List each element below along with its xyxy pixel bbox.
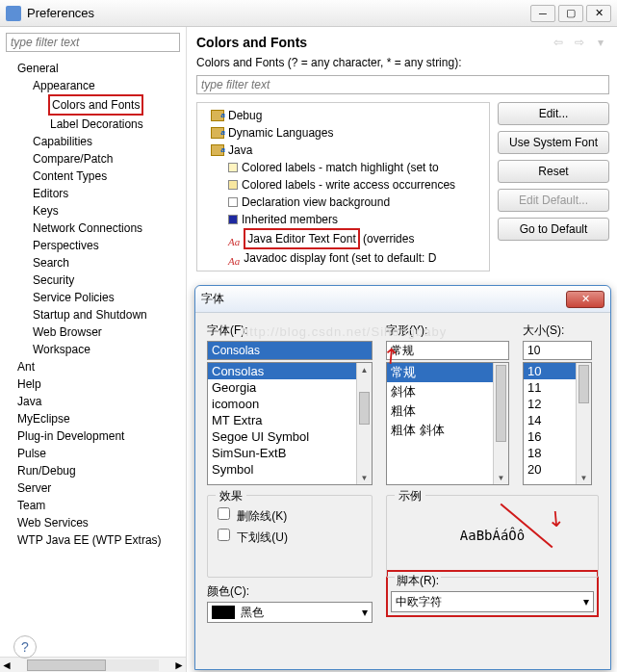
font-size-input[interactable] xyxy=(523,341,592,360)
cf-tree[interactable]: Debug Dynamic Languages Java Colored lab… xyxy=(196,102,490,271)
page-heading: Colors and Fonts xyxy=(196,35,550,50)
sample-label: 示例 xyxy=(395,488,425,504)
cf-filter-input[interactable] xyxy=(196,75,609,94)
tree-startup-shutdown[interactable]: Startup and Shutdown xyxy=(4,306,186,323)
tree-label-decorations[interactable]: Label Decorations xyxy=(4,116,186,133)
color-label: 颜色(C): xyxy=(207,584,249,598)
sample-text: AaBbÁáÔô xyxy=(460,528,525,543)
close-button[interactable]: ✕ xyxy=(586,5,611,22)
tree-network[interactable]: Network Connections xyxy=(4,220,186,237)
strike-checkbox[interactable]: 删除线(K) xyxy=(218,507,362,525)
tree-wtp[interactable]: WTP Java EE (WTP Extras) xyxy=(4,531,186,549)
color-select[interactable]: 黑色▾ xyxy=(207,602,373,623)
maximize-button[interactable]: ▢ xyxy=(558,5,583,22)
tree-web-services[interactable]: Web Services xyxy=(4,514,186,531)
tree-myeclipse[interactable]: MyEclipse xyxy=(4,410,186,427)
folder-icon xyxy=(211,144,224,156)
fontdlg-close-button[interactable]: ✕ xyxy=(566,291,604,308)
window-title: Preferences xyxy=(27,6,530,20)
folder-icon xyxy=(211,110,224,121)
tree-java[interactable]: Java xyxy=(4,393,186,410)
size-label: 大小(S): xyxy=(523,323,592,339)
tree-web-browser[interactable]: Web Browser xyxy=(4,323,186,341)
tree-security[interactable]: Security xyxy=(4,271,186,289)
font-name-input[interactable] xyxy=(207,341,373,360)
page-desc: Colors and Fonts (? = any character, * =… xyxy=(196,56,609,69)
fontdlg-title: 字体 xyxy=(201,291,566,307)
tree-search[interactable]: Search xyxy=(4,254,186,271)
size-list[interactable]: 10 11 12 14 16 18 20 ▲▼ xyxy=(523,362,592,485)
color-swatch-icon xyxy=(228,163,238,172)
java-editor-font-item[interactable]: Java Editor Text Font xyxy=(244,228,360,249)
tree-team[interactable]: Team xyxy=(4,497,186,514)
back-icon[interactable]: ⇦ xyxy=(550,35,567,50)
color-swatch-icon xyxy=(228,197,238,207)
tree-perspectives[interactable]: Perspectives xyxy=(4,237,186,254)
tree-run-debug[interactable]: Run/Debug xyxy=(4,462,186,479)
menu-caret-icon[interactable]: ▾ xyxy=(592,35,609,50)
tree-ant[interactable]: Ant xyxy=(4,358,186,375)
forward-icon[interactable]: ⇨ xyxy=(571,35,588,50)
tree-help[interactable]: Help xyxy=(4,375,186,393)
tree-pulse[interactable]: Pulse xyxy=(4,445,186,462)
effects-label: 效果 xyxy=(216,488,246,504)
underline-checkbox[interactable]: 下划线(U) xyxy=(218,529,362,546)
style-list[interactable]: 常规 斜体 粗体 粗体 斜体 ▲▼ xyxy=(386,362,509,485)
style-label: 字形(Y): xyxy=(386,323,509,339)
script-label: 脚本(R): xyxy=(395,574,441,587)
tree-hscroll[interactable]: ◄► xyxy=(0,657,186,672)
font-label: 字体(F): xyxy=(207,323,373,339)
help-button[interactable]: ? xyxy=(13,635,37,659)
tree-server[interactable]: Server xyxy=(4,479,186,497)
color-swatch-icon xyxy=(228,215,238,224)
edit-default-button: Edit Default... xyxy=(498,189,609,212)
script-select[interactable]: 中欧字符▾ xyxy=(391,591,594,612)
tree-content-types[interactable]: Content Types xyxy=(4,168,186,185)
use-system-font-button[interactable]: Use System Font xyxy=(498,131,609,154)
black-swatch-icon xyxy=(212,606,235,619)
tree-appearance[interactable]: Appearance xyxy=(4,77,186,94)
tree-capabilities[interactable]: Capabilities xyxy=(4,133,186,150)
tree-general[interactable]: General xyxy=(4,60,186,77)
reset-button[interactable]: Reset xyxy=(498,160,609,183)
font-style-input[interactable] xyxy=(386,341,509,360)
tree-service-policies[interactable]: Service Policies xyxy=(4,289,186,306)
font-list[interactable]: Consolas Georgia icomoon MT Extra Segoe … xyxy=(207,362,373,485)
font-aa-icon: Aa xyxy=(228,233,240,245)
tree-editors[interactable]: Editors xyxy=(4,185,186,202)
app-icon xyxy=(6,6,21,21)
tree-workspace[interactable]: Workspace xyxy=(4,341,186,358)
color-swatch-icon xyxy=(228,180,238,190)
tree-compare-patch[interactable]: Compare/Patch xyxy=(4,150,186,168)
font-aa-icon: Aa xyxy=(228,252,240,264)
minimize-button[interactable]: ─ xyxy=(530,5,555,22)
go-to-default-button[interactable]: Go to Default xyxy=(498,218,609,241)
tree-plugin-dev[interactable]: Plug-in Development xyxy=(4,427,186,445)
tree-filter-input[interactable] xyxy=(6,33,180,52)
tree-colors-fonts[interactable]: Colors and Fonts xyxy=(4,94,186,116)
folder-icon xyxy=(211,127,224,139)
edit-button[interactable]: Edit... xyxy=(498,102,609,125)
tree-keys[interactable]: Keys xyxy=(4,202,186,220)
